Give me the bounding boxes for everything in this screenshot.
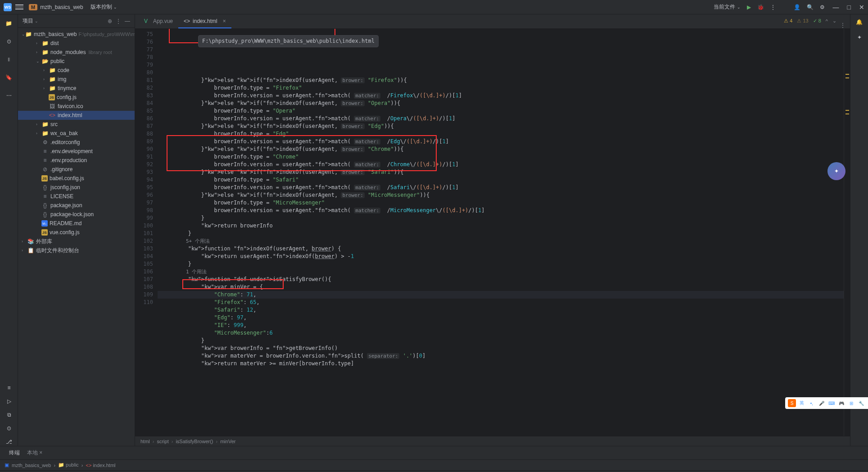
tree-item[interactable]: ≡LICENSE (18, 192, 135, 201)
tree-item[interactable]: ⚙.editorconfig (18, 138, 135, 147)
tree-item[interactable]: ›📁src (18, 120, 135, 129)
tree-item[interactable]: ›📁dist (18, 39, 135, 48)
ime-kb-icon[interactable]: ⌨ (827, 399, 836, 407)
main-menu-icon[interactable] (15, 3, 23, 11)
tree-root-label: mzth_basics_web (34, 31, 77, 37)
tree-item[interactable]: ≡.env.development (18, 147, 135, 156)
problems-icon[interactable]: ⊙ (7, 425, 11, 431)
right-tool-rail: 🔔 ✦ (850, 14, 868, 446)
bottom-panel: 终端 本地 × (0, 446, 868, 459)
inspections-widget[interactable]: ⚠ 4 ⚠ 13 ✓ 8 ^ ⌄ (784, 18, 836, 24)
titlebar: WS M mzth_basics_web 版本控制 ⌄ 当前文件 ⌄ ▶ 🐞 ⋮… (0, 0, 868, 14)
tree-item[interactable]: 🖼favicon.ico (18, 102, 135, 111)
editor-breadcrumb[interactable]: html›script›isSatisfyBrower()›minVer (135, 436, 850, 446)
run-icon[interactable]: ▶ (747, 4, 751, 10)
settings-icon[interactable]: ⚙ (820, 4, 825, 10)
error-stripe[interactable] (844, 29, 850, 436)
terminal-icon[interactable]: ⧉ (7, 412, 11, 418)
sidebar-header: 项目 ⌄ ⊕ ⋮ — (18, 14, 135, 28)
tree-item[interactable]: JSbabel.config.js (18, 174, 135, 183)
breadcrumb-item[interactable]: minVer (220, 439, 235, 444)
project-tool-icon[interactable]: 📁 (5, 19, 14, 28)
ime-apps-icon[interactable]: ⊞ (847, 399, 855, 407)
tree-item[interactable]: ›📁wx_oa_bak (18, 129, 135, 138)
tree-item[interactable]: M↓README.md (18, 219, 135, 228)
debug-icon[interactable]: 🐞 (757, 4, 764, 10)
breadcrumb-item[interactable]: isSatisfyBrower() (176, 439, 213, 444)
project-name[interactable]: mzth_basics_web (40, 4, 83, 10)
close-tab-icon[interactable]: × (223, 18, 226, 24)
ime-punct-icon[interactable]: •, (808, 399, 816, 407)
code-with-me-icon[interactable]: 👤 (794, 4, 800, 10)
editor-tabs: VApp.vue<>index.html× ⋮ (135, 14, 850, 29)
structure-tool-icon[interactable]: ⫴ (5, 55, 14, 64)
commit-tool-icon[interactable]: ⊙ (5, 37, 14, 46)
tree-item[interactable]: ⊘.gitignore (18, 165, 135, 174)
ime-logo-icon: S (788, 399, 796, 407)
minimize-icon[interactable]: — (833, 4, 839, 11)
status-bar: 101:26 CRLF UTF-8 4 个空格 🔓 (0, 470, 868, 472)
select-opened-icon[interactable]: ⊕ (108, 18, 112, 24)
tab-actions-icon[interactable]: ⋮ (840, 22, 845, 28)
tree-item[interactable]: ›📁tinymce (18, 84, 135, 93)
line-gutter[interactable]: 7576777879808182838485868788899091929394… (135, 29, 158, 436)
ai-assistant-badge[interactable]: ✦ (827, 162, 845, 180)
external-libs[interactable]: ›📚外部库 (18, 237, 135, 246)
bookmarks-tool-icon[interactable]: 🔖 (5, 73, 14, 82)
project-tree[interactable]: ⌄📁 mzth_basics_web F:\phpstudy_pro\WWW\m… (18, 28, 135, 446)
breadcrumb-item[interactable]: html (140, 439, 150, 444)
nav-crumb[interactable]: mzth_basics_web (12, 463, 51, 468)
tree-root[interactable]: ⌄📁 mzth_basics_web F:\phpstudy_pro\WWW\m… (18, 30, 135, 39)
ai-asst-icon[interactable]: ✦ (857, 34, 862, 41)
terminal-tab[interactable]: 终端 (5, 447, 23, 458)
tree-root-path: F:\phpstudy_pro\WWW\mzt (78, 32, 135, 37)
more-tools-icon[interactable]: ⋯ (5, 91, 14, 100)
nav-crumb[interactable]: <>index.html (86, 463, 116, 468)
tree-item[interactable]: {}jsconfig.json (18, 183, 135, 192)
ime-tool-icon[interactable]: 🔧 (857, 399, 865, 407)
tree-item[interactable]: {}package.json (18, 201, 135, 210)
tree-item[interactable]: ›📁img (18, 75, 135, 84)
tree-item[interactable]: ›📁node_moduleslibrary root (18, 48, 135, 57)
editor-area: VApp.vue<>index.html× ⋮ 7576777879808182… (135, 14, 850, 446)
ime-lang-icon[interactable]: 英 (798, 399, 806, 407)
left-tool-rail: 📁 ⊙ ⫴ 🔖 ⋯ (0, 14, 18, 446)
run-tool-icon[interactable]: ▷ (7, 398, 11, 404)
tree-item[interactable]: ›📁code (18, 66, 135, 75)
todo-icon[interactable]: ≡ (7, 385, 10, 391)
editor-tab[interactable]: VApp.vue (139, 15, 178, 28)
prev-highlight-icon[interactable]: ^ (826, 18, 828, 24)
ime-toolbar[interactable]: S 英 •, 🎤 ⌨ 🎮 ⊞ 🔧 (785, 397, 868, 409)
nav-crumb[interactable]: 📁public (58, 462, 79, 468)
tree-item[interactable]: JSconfig.js (18, 93, 135, 102)
ime-skin-icon[interactable]: 🎮 (837, 399, 845, 407)
file-path-tooltip: F:\phpstudy_pro\WWW\mzth_basics_web\publ… (198, 35, 379, 47)
maximize-icon[interactable]: □ (847, 4, 851, 11)
left-rail-bottom: ≡ ▷ ⧉ ⊙ ⎇ (0, 385, 18, 445)
run-config[interactable]: 当前文件 ⌄ (714, 3, 740, 11)
code-editor[interactable]: F:\phpstudy_pro\WWW\mzth_basics_web\publ… (158, 29, 844, 436)
more-icon[interactable]: ⋮ (770, 4, 776, 10)
project-badge: M (29, 4, 37, 10)
vcs-menu[interactable]: 版本控制 ⌄ (90, 3, 117, 11)
notifications-icon[interactable]: 🔔 (856, 19, 863, 25)
ime-mic-icon[interactable]: 🎤 (818, 399, 826, 407)
hide-icon[interactable]: — (125, 18, 130, 24)
local-tab[interactable]: 本地 × (23, 447, 46, 458)
collapse-icon[interactable]: ⋮ (116, 18, 121, 24)
tree-item[interactable]: <>index.html (18, 111, 135, 120)
project-sidebar: 项目 ⌄ ⊕ ⋮ — ⌄📁 mzth_basics_web F:\phpstud… (18, 14, 135, 446)
tree-item[interactable]: {}package-lock.json (18, 210, 135, 219)
scratches[interactable]: ›📋临时文件和控制台 (18, 246, 135, 255)
sidebar-title: 项目 ⌄ (23, 17, 104, 25)
tree-item[interactable]: JSvue.config.js (18, 228, 135, 237)
search-icon[interactable]: 🔍 (807, 4, 814, 10)
editor-tab[interactable]: <>index.html× (178, 15, 231, 28)
close-icon[interactable]: ✕ (859, 4, 864, 11)
git-icon[interactable]: ⎇ (6, 439, 12, 445)
breadcrumb-item[interactable]: script (157, 439, 168, 444)
tree-item[interactable]: ≡.env.production (18, 156, 135, 165)
next-highlight-icon[interactable]: ⌄ (832, 18, 836, 24)
nav-bar[interactable]: ▣mzth_basics_web›📁public›<>index.html (0, 459, 868, 470)
tree-item[interactable]: ⌄📂public (18, 57, 135, 66)
